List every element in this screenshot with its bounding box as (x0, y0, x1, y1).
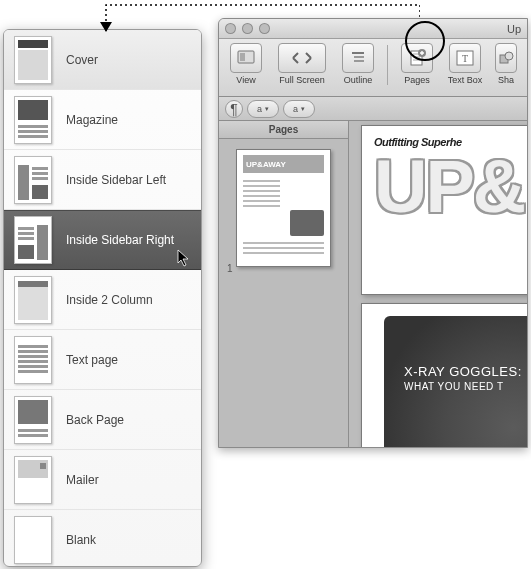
toolbar-textbox-button[interactable]: T Text Box (444, 43, 486, 85)
template-item-blank[interactable]: Blank (4, 510, 201, 567)
window-close-button[interactable] (225, 23, 236, 34)
svg-point-15 (505, 52, 513, 60)
format-font-button[interactable]: a ▾ (247, 100, 279, 118)
toolbar-view-button[interactable]: View (225, 43, 267, 85)
window-minimize-button[interactable] (242, 23, 253, 34)
page-thumbnail[interactable]: UP&AWAY (236, 149, 331, 267)
toolbar-pages-button[interactable]: Pages (396, 43, 438, 85)
template-item-inside-2-column[interactable]: Inside 2 Column (4, 270, 201, 330)
svg-rect-1 (240, 53, 245, 61)
toolbar-divider (387, 45, 388, 85)
template-thumb (14, 456, 52, 504)
template-item-magazine[interactable]: Magazine (4, 90, 201, 150)
outline-icon (342, 43, 374, 73)
ad-headline: X-RAY GOGGLES: (404, 364, 522, 379)
template-label: Back Page (66, 413, 124, 427)
mouse-cursor-icon (177, 249, 191, 267)
svg-text:T: T (462, 53, 468, 64)
toolbar-label: Text Box (448, 75, 483, 85)
template-label: Cover (66, 53, 98, 67)
document-page-2[interactable]: X-RAY GOGGLES: WHAT YOU NEED T (361, 303, 527, 447)
pages-add-icon (401, 43, 433, 73)
chevron-down-icon: ▾ (301, 105, 305, 113)
document-page-1[interactable]: Outfitting Superhe UP& (361, 125, 527, 295)
document-masthead: UP& (374, 154, 527, 221)
template-label: Mailer (66, 473, 99, 487)
view-icon (230, 43, 262, 73)
window-title: Up (507, 23, 521, 35)
toolbar-outline-button[interactable]: Outline (337, 43, 379, 85)
ad-panel: X-RAY GOGGLES: WHAT YOU NEED T (384, 316, 527, 447)
document-canvas[interactable]: Outfitting Superhe UP& X-RAY GOGGLES: WH… (349, 121, 527, 447)
template-label: Text page (66, 353, 118, 367)
template-label: Inside Sidebar Left (66, 173, 166, 187)
toolbar-label: Pages (404, 75, 430, 85)
connector-arrowhead (100, 22, 112, 32)
page-template-menu[interactable]: Cover Magazine Inside Sidebar Left Insi (3, 29, 202, 567)
template-thumb (14, 36, 52, 84)
format-bar: ¶ a ▾ a ▾ (219, 97, 527, 121)
ad-subhead: WHAT YOU NEED T (404, 381, 522, 392)
format-style-dropdown[interactable]: a ▾ (283, 100, 315, 118)
template-label: Magazine (66, 113, 118, 127)
work-area: Pages UP&AWAY 1 (219, 121, 527, 447)
toolbar-label: Full Screen (279, 75, 325, 85)
template-item-back-page[interactable]: Back Page (4, 390, 201, 450)
pages-panel-scroll[interactable]: UP&AWAY 1 (219, 139, 348, 447)
chevron-down-icon: ▾ (265, 105, 269, 113)
template-item-mailer[interactable]: Mailer (4, 450, 201, 510)
fullscreen-icon (278, 43, 326, 73)
toolbar-label: View (236, 75, 255, 85)
thumb-masthead: UP&AWAY (243, 155, 324, 173)
template-label: Blank (66, 533, 96, 547)
window-zoom-button[interactable] (259, 23, 270, 34)
font-sample: a (257, 104, 262, 114)
pages-panel-header: Pages (219, 121, 348, 139)
toolbar-label: Sha (498, 75, 514, 85)
toolbar-fullscreen-button[interactable]: Full Screen (273, 43, 331, 85)
pages-thumbnails-panel[interactable]: Pages UP&AWAY 1 (219, 121, 349, 447)
paragraph-icon: ¶ (230, 101, 238, 117)
template-item-cover[interactable]: Cover (4, 30, 201, 90)
template-thumb (14, 516, 52, 564)
template-thumb (14, 96, 52, 144)
template-thumb (14, 156, 52, 204)
template-thumb (14, 276, 52, 324)
template-item-inside-sidebar-left[interactable]: Inside Sidebar Left (4, 150, 201, 210)
template-thumb (14, 216, 52, 264)
font-sample: a (293, 104, 298, 114)
shapes-icon (495, 43, 517, 73)
template-thumb (14, 336, 52, 384)
template-thumb (14, 396, 52, 444)
textbox-icon: T (449, 43, 481, 73)
page-number: 1 (227, 263, 233, 447)
template-label: Inside Sidebar Right (66, 233, 174, 247)
template-item-inside-sidebar-right[interactable]: Inside Sidebar Right (4, 210, 201, 270)
template-item-text-page[interactable]: Text page (4, 330, 201, 390)
toolbar-shapes-button[interactable]: Sha (492, 43, 520, 85)
window-titlebar[interactable]: Up (219, 19, 527, 39)
template-label: Inside 2 Column (66, 293, 153, 307)
toolbar-label: Outline (344, 75, 373, 85)
toolbar: View Full Screen Outline (219, 39, 527, 97)
pages-app-window: Up View Full Screen Outline (218, 18, 528, 448)
format-style-button[interactable]: ¶ (225, 100, 243, 118)
